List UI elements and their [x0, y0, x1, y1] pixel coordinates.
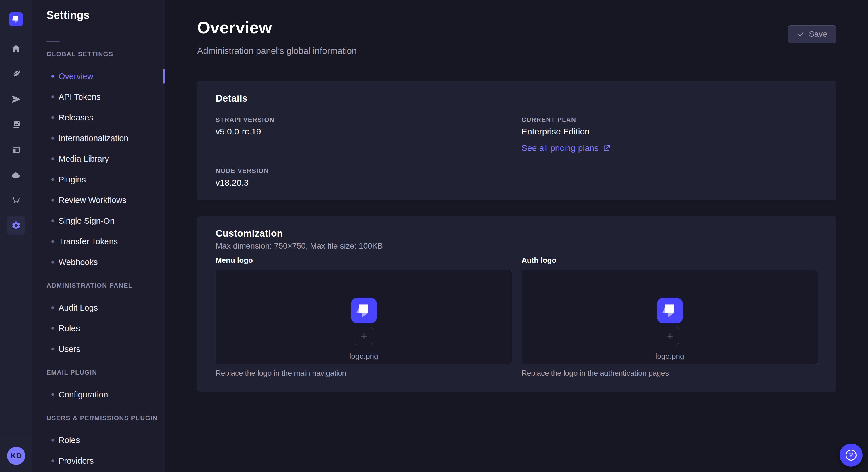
bullet-icon: [51, 137, 54, 140]
external-link-icon: [603, 144, 611, 152]
check-icon: [797, 30, 805, 38]
strapi-logo[interactable]: [9, 12, 23, 26]
plus-icon: [665, 332, 675, 341]
save-button[interactable]: Save: [788, 25, 836, 43]
sidebar-item-media-library[interactable]: Media Library: [32, 148, 165, 169]
strapi-logo-icon: [9, 12, 23, 26]
customization-card: Customization Max dimension: 750×750, Ma…: [197, 216, 836, 392]
sidebar-title-rule: [46, 41, 60, 42]
sidebar-item-plugins[interactable]: Plugins: [32, 169, 165, 190]
menu-logo-preview: [351, 298, 377, 324]
strapi-version-field: STRAPI VERSION v5.0.0-rc.19: [216, 116, 274, 136]
nav-cloud[interactable]: [7, 166, 25, 184]
nav-deploy[interactable]: [7, 90, 25, 108]
node-version-value: v18.20.3: [216, 178, 269, 188]
bullet-icon: [51, 178, 54, 181]
sidebar-item-up-providers[interactable]: Providers: [32, 450, 165, 471]
window-layout-icon: [11, 145, 21, 155]
paper-plane-icon: [11, 94, 21, 104]
auth-logo-column: Auth logo logo.png Replace the logo: [522, 256, 818, 378]
auth-logo-caption: Replace the logo in the authentication p…: [522, 369, 818, 378]
nav-content-manager[interactable]: [7, 140, 25, 159]
node-version-field: NODE VERSION v18.20.3: [216, 167, 269, 188]
sidebar-item-internationalization[interactable]: Internationalization: [32, 128, 165, 148]
bullet-icon: [51, 327, 54, 330]
sidebar-item-transfer-tokens[interactable]: Transfer Tokens: [32, 231, 165, 252]
bullet-icon: [51, 158, 54, 160]
menu-logo-upload-box[interactable]: logo.png: [216, 270, 512, 365]
details-heading: Details: [216, 93, 248, 104]
bullet-icon: [51, 116, 54, 119]
auth-logo-filename: logo.png: [656, 352, 684, 361]
menu-logo-filename: logo.png: [350, 352, 378, 361]
sidebar-item-api-tokens[interactable]: API Tokens: [32, 87, 165, 107]
current-plan-field: CURRENT PLAN Enterprise Edition: [522, 116, 590, 136]
menu-logo-label: Menu logo: [216, 256, 512, 265]
strapi-logo-icon: [351, 298, 377, 324]
sidebar-item-audit-logs[interactable]: Audit Logs: [32, 297, 165, 318]
strapi-version-value: v5.0.0-rc.19: [216, 127, 274, 136]
sidebar-item-up-roles[interactable]: Roles: [32, 430, 165, 450]
sidebar-item-admin-roles[interactable]: Roles: [32, 318, 165, 339]
auth-logo-upload-box[interactable]: logo.png: [522, 270, 818, 365]
user-avatar[interactable]: KD: [7, 447, 25, 465]
add-menu-logo-button[interactable]: [355, 327, 373, 345]
customization-heading: Customization: [216, 228, 283, 239]
bullet-icon: [51, 306, 54, 309]
main-content: Overview Administration panel’s global i…: [165, 0, 868, 472]
menu-logo-caption: Replace the logo in the main navigation: [216, 369, 512, 378]
plus-icon: [360, 332, 369, 341]
sidebar-item-admin-users[interactable]: Users: [32, 339, 165, 359]
bullet-icon: [51, 393, 54, 396]
sidebar-item-email-configuration[interactable]: Configuration: [32, 384, 165, 405]
shopping-cart-icon: [11, 195, 21, 205]
bullet-icon: [51, 75, 54, 78]
nav-home[interactable]: [7, 40, 25, 58]
page-title: Overview: [197, 18, 272, 37]
customization-hint: Max dimension: 750×750, Max file size: 1…: [216, 241, 383, 250]
auth-logo-preview: [657, 298, 683, 324]
page-subtitle: Administration panel’s global informatio…: [197, 46, 357, 56]
avatar-initials: KD: [11, 451, 22, 460]
rail-divider-bottom: [0, 440, 32, 440]
bullet-icon: [51, 347, 54, 350]
main-nav-rail: KD: [0, 0, 32, 472]
sidebar-title: Settings: [46, 9, 90, 22]
bullet-icon: [51, 199, 54, 202]
sidebar-item-overview[interactable]: Overview: [32, 66, 165, 87]
cloud-icon: [11, 170, 21, 180]
section-users-permissions-plugin: USERS & PERMISSIONS PLUGIN Roles Provide…: [32, 412, 165, 471]
section-label: GLOBAL SETTINGS: [32, 48, 165, 60]
section-global-settings: GLOBAL SETTINGS Overview API Tokens Rele…: [32, 48, 165, 272]
sidebar-item-review-workflows[interactable]: Review Workflows: [32, 190, 165, 210]
images-icon: [11, 120, 21, 129]
sidebar-item-releases[interactable]: Releases: [32, 107, 165, 128]
nav-content-type-builder[interactable]: [7, 65, 25, 83]
section-administration-panel: ADMINISTRATION PANEL Audit Logs Roles Us…: [32, 280, 165, 359]
question-mark-icon: ?: [846, 450, 857, 461]
sidebar-item-single-sign-on[interactable]: Single Sign-On: [32, 210, 165, 231]
section-email-plugin: EMAIL PLUGIN Configuration: [32, 367, 165, 405]
strapi-settings-page: KD Settings GLOBAL SETTINGS Overview API…: [0, 0, 868, 472]
gear-icon: [11, 221, 21, 230]
bullet-icon: [51, 460, 54, 462]
add-auth-logo-button[interactable]: [661, 327, 679, 345]
menu-logo-column: Menu logo logo.png Replace the logo: [216, 256, 512, 378]
details-card: Details STRAPI VERSION v5.0.0-rc.19 NODE…: [197, 81, 836, 200]
strapi-logo-icon: [657, 298, 683, 324]
sidebar-item-webhooks[interactable]: Webhooks: [32, 252, 165, 272]
section-label: USERS & PERMISSIONS PLUGIN: [32, 412, 165, 424]
nav-media-library[interactable]: [7, 115, 25, 134]
nav-settings[interactable]: [7, 216, 25, 235]
current-plan-value: Enterprise Edition: [522, 127, 590, 136]
auth-logo-label: Auth logo: [522, 256, 818, 265]
pricing-plans-link[interactable]: See all pricing plans: [522, 143, 611, 153]
home-icon: [11, 44, 21, 54]
nav-marketplace[interactable]: [7, 191, 25, 209]
help-button[interactable]: ?: [840, 444, 863, 467]
bullet-icon: [51, 439, 54, 442]
section-label: EMAIL PLUGIN: [32, 367, 165, 378]
bullet-icon: [51, 96, 54, 98]
bullet-icon: [51, 240, 54, 243]
rail-divider-top: [0, 38, 32, 38]
